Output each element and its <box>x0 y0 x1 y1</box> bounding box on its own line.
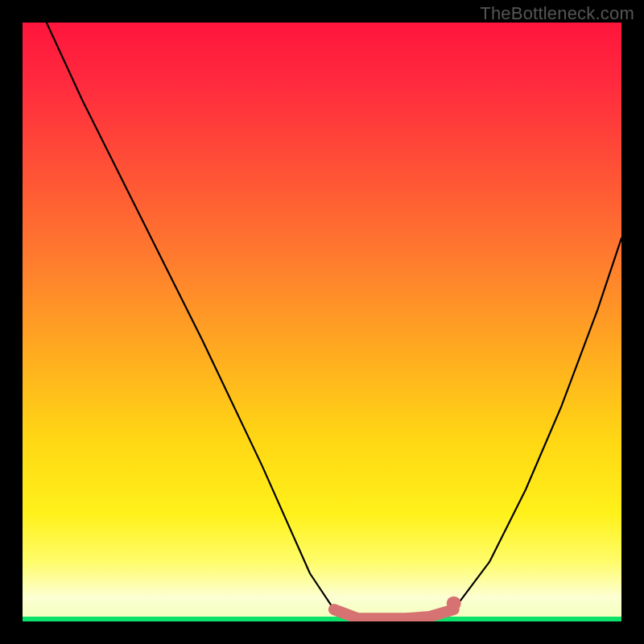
bottleneck-curve <box>23 23 621 621</box>
chart-frame: TheBottleneck.com <box>0 0 644 644</box>
plot-area <box>23 23 621 621</box>
watermark-text: TheBottleneck.com <box>480 3 634 24</box>
